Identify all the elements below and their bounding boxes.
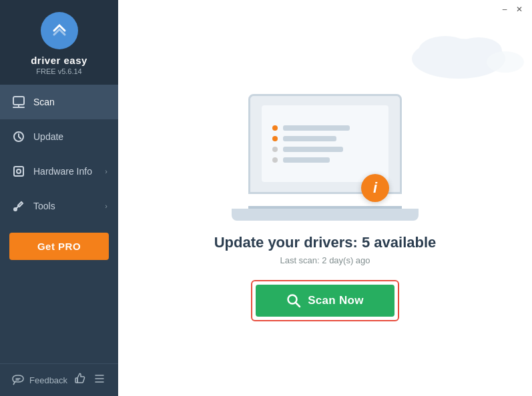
scan-icon — [11, 94, 27, 110]
svg-rect-1 — [13, 97, 24, 105]
screen-dot — [272, 136, 278, 141]
laptop-base — [232, 209, 419, 221]
sidebar-item-hardware-info[interactable]: Hardware Info › — [0, 154, 118, 189]
tools-chevron-icon: › — [105, 202, 107, 210]
app-name: driver easy — [31, 55, 87, 66]
tools-icon — [11, 198, 27, 214]
main-title: Update your drivers: 5 available — [214, 234, 437, 251]
feedback-label: Feedback — [29, 375, 67, 385]
screen-dot — [272, 157, 278, 163]
main-subtitle: Last scan: 2 day(s) ago — [280, 255, 370, 265]
svg-rect-10 — [75, 378, 77, 383]
scan-now-icon — [286, 293, 301, 308]
sidebar-bottom: Feedback — [0, 363, 118, 396]
logo-area: driver easy FREE v5.6.14 — [0, 0, 118, 85]
screen-dot — [272, 125, 278, 131]
sidebar-item-update[interactable]: Update — [0, 119, 118, 154]
hardware-info-label: Hardware Info — [33, 166, 92, 177]
scan-now-wrapper: Scan Now — [251, 280, 399, 321]
screen-line-3 — [272, 147, 378, 152]
feedback-icon — [12, 374, 24, 386]
app-logo — [41, 12, 78, 49]
scan-now-label: Scan Now — [308, 294, 364, 307]
screen-bar — [283, 157, 330, 163]
get-pro-button[interactable]: Get PRO — [9, 233, 109, 260]
info-badge: i — [361, 174, 389, 202]
update-label: Update — [33, 131, 63, 142]
tools-label: Tools — [33, 201, 55, 211]
thumbs-up-icon[interactable] — [73, 372, 87, 388]
sidebar-item-scan[interactable]: Scan — [0, 85, 118, 119]
logo-icon-svg — [47, 19, 71, 43]
svg-point-6 — [17, 169, 21, 173]
screen-line-2 — [272, 136, 378, 141]
minimize-button[interactable]: – — [497, 3, 512, 15]
update-icon — [11, 129, 27, 145]
laptop-illustration: i — [232, 94, 419, 221]
cloud-decoration — [405, 25, 525, 92]
close-button[interactable]: ✕ — [512, 3, 527, 15]
hardware-info-chevron-icon: › — [105, 167, 107, 175]
svg-line-19 — [296, 303, 300, 307]
svg-rect-5 — [14, 167, 23, 176]
scan-label: Scan — [33, 97, 55, 107]
svg-point-17 — [487, 51, 524, 73]
laptop-screen-content — [262, 105, 388, 182]
list-icon[interactable] — [93, 372, 106, 388]
hardware-icon — [11, 163, 27, 179]
sidebar-item-tools[interactable]: Tools › — [0, 189, 118, 223]
app-version: FREE v5.6.14 — [36, 67, 81, 75]
screen-bar — [283, 125, 350, 131]
screen-line-1 — [272, 125, 378, 131]
screen-dot — [272, 147, 278, 152]
feedback-link[interactable]: Feedback — [12, 374, 67, 386]
screen-bar — [283, 136, 336, 141]
screen-bar — [283, 147, 343, 152]
sidebar: driver easy FREE v5.6.14 Scan Update — [0, 0, 118, 396]
screen-line-4 — [272, 157, 378, 163]
main-content: i Update your drivers: 5 available Last … — [118, 19, 532, 396]
scan-now-button[interactable]: Scan Now — [256, 285, 394, 317]
titlebar: – ✕ — [118, 0, 532, 19]
